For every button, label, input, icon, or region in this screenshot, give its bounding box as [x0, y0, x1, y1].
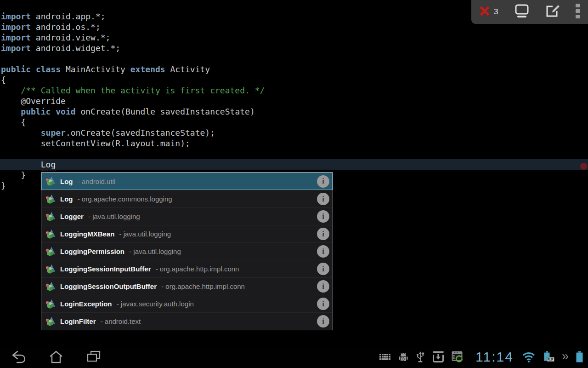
autocomplete-item[interactable]: LoggingMXBean - java.util.loggingi: [41, 225, 333, 242]
status-expand-chevrons-icon[interactable]: »: [562, 351, 569, 361]
autocomplete-item[interactable]: Logger - java.util.loggingi: [41, 207, 333, 225]
completion-package: - java.util.logging: [117, 230, 171, 238]
info-icon: i: [322, 177, 324, 186]
usb-connected-icon[interactable]: [416, 351, 425, 363]
back-icon: [11, 350, 26, 364]
code-line: @Override: [0, 96, 588, 106]
code-line: {: [0, 117, 588, 127]
code-token: void: [56, 107, 75, 116]
status-tray[interactable]: 11:14: [379, 349, 588, 365]
info-icon: i: [322, 282, 324, 291]
code-line: /** Called when the activity is first cr…: [0, 85, 588, 96]
code-line: {: [0, 75, 588, 85]
usb-debugging-icon[interactable]: [398, 351, 409, 362]
info-button[interactable]: i: [317, 210, 329, 223]
info-button[interactable]: i: [317, 315, 329, 328]
code-token: android.widget.*;: [31, 43, 120, 53]
class-icon: [45, 282, 57, 292]
back-button[interactable]: [10, 349, 27, 365]
info-button[interactable]: i: [317, 175, 329, 188]
code-token: super: [41, 128, 66, 138]
code-token: @Override: [1, 96, 66, 106]
screen: import android.app.*;import android.os.*…: [0, 0, 588, 368]
completion-package: - java.util.logging: [86, 213, 140, 220]
completion-package: - org.apache.commons.logging: [76, 195, 172, 203]
code-token: }: [1, 181, 6, 190]
code-token: android.app.*;: [31, 12, 106, 21]
info-button[interactable]: i: [317, 263, 329, 275]
clock[interactable]: 11:14: [475, 349, 514, 365]
autocomplete-item[interactable]: Log - android.utili: [41, 172, 333, 190]
code-token: import: [1, 22, 31, 32]
code-token: setContentView(R.layout.main);: [1, 138, 190, 148]
code-lines: import android.app.*;import android.os.*…: [0, 11, 588, 191]
info-button[interactable]: i: [317, 298, 329, 310]
app-sync-icon[interactable]: [452, 351, 464, 363]
code-token: Activity: [165, 64, 210, 74]
home-button[interactable]: [48, 349, 64, 365]
class-icon: [45, 264, 57, 274]
code-token: Log: [41, 160, 56, 169]
run-on-device-button[interactable]: [511, 0, 533, 24]
class-icon: [45, 194, 57, 204]
completion-name: LoggingSessionInputBuffer: [60, 265, 151, 273]
info-icon: i: [322, 195, 324, 204]
code-token: [1, 86, 21, 95]
battery-icon[interactable]: [576, 351, 583, 363]
recent-apps-button[interactable]: [85, 349, 102, 365]
completion-package: - org.apache.http.impl.conn: [159, 282, 245, 290]
code-token: extends: [130, 64, 165, 74]
class-icon: [45, 299, 57, 309]
code-token: android.view.*;: [31, 33, 110, 42]
code-token: [51, 107, 56, 116]
code-token: MainActivity: [61, 64, 130, 74]
autocomplete-item[interactable]: LoginException - javax.security.auth.log…: [41, 295, 333, 312]
code-line: [0, 149, 588, 159]
completion-name: LoggingMXBean: [60, 230, 114, 238]
overflow-menu-icon: [575, 3, 581, 21]
autocomplete-item[interactable]: Log - org.apache.commons.loggingi: [41, 190, 333, 207]
info-icon: i: [322, 212, 324, 221]
wifi-icon[interactable]: [522, 352, 535, 362]
system-navigation-bar: 11:14: [0, 346, 588, 368]
edit-button[interactable]: [543, 0, 563, 24]
autocomplete-item[interactable]: LoggingSessionInputBuffer - org.apache.h…: [41, 260, 333, 277]
completion-name: LoginFilter: [60, 317, 96, 325]
code-line: import android.view.*;: [0, 32, 588, 43]
home-icon: [48, 350, 64, 364]
error-count: 3: [494, 7, 498, 17]
code-token: [31, 64, 36, 74]
keyboard-status-icon[interactable]: [379, 353, 391, 361]
class-icon: [45, 229, 57, 239]
code-token: class: [36, 64, 61, 74]
code-token: import: [1, 12, 31, 21]
autocomplete-item[interactable]: LoginFilter - android.texti: [41, 312, 333, 330]
code-token: {: [1, 117, 26, 127]
completion-package: - org.apache.http.impl.conn: [153, 265, 239, 273]
info-button[interactable]: i: [317, 228, 329, 240]
completion-name: Logger: [60, 213, 84, 220]
completion-name: LoggingSessionOutputBuffer: [60, 282, 157, 290]
class-icon: [45, 247, 57, 257]
code-line: super.onCreate(savedInstanceState);: [0, 127, 588, 138]
install-tray-icon[interactable]: [432, 351, 445, 363]
code-token: public: [21, 107, 51, 116]
recent-apps-icon: [86, 350, 102, 364]
info-button[interactable]: i: [317, 193, 329, 205]
completion-name: Log: [60, 178, 73, 185]
error-count-button[interactable]: 3: [476, 0, 501, 24]
action-bar: 3: [471, 0, 588, 24]
code-line: setContentView(R.layout.main);: [0, 138, 588, 149]
code-line: [0, 53, 588, 64]
keyboard-battery-icon[interactable]: [542, 351, 555, 363]
code-token: onCreate(Bundle savedInstanceState): [76, 107, 255, 116]
info-button[interactable]: i: [317, 245, 329, 258]
autocomplete-item[interactable]: LoggingPermission - java.util.loggingi: [41, 242, 333, 260]
overflow-menu-button[interactable]: [572, 0, 583, 24]
code-token: [1, 128, 41, 138]
autocomplete-item[interactable]: LoggingSessionOutputBuffer - org.apache.…: [41, 277, 333, 295]
class-icon: [45, 176, 57, 186]
info-icon: i: [322, 230, 324, 239]
info-button[interactable]: i: [317, 280, 329, 293]
device-screen-icon: [514, 4, 530, 20]
